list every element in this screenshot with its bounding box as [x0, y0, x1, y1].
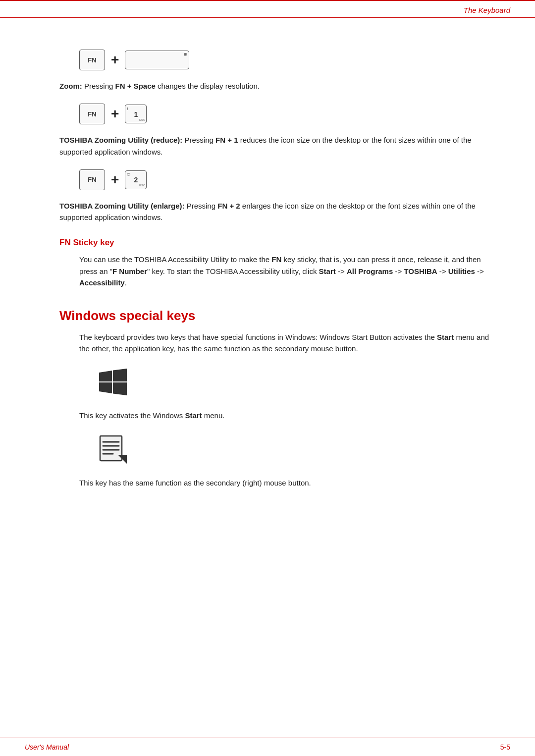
app-key-icon [99, 435, 128, 464]
plus-sign-enlarge: + [111, 172, 119, 188]
windows-special-keys-heading: Windows special keys [59, 308, 495, 324]
fn-key-reduce: FN [79, 104, 105, 124]
enlarge-label: TOSHIBA Zooming Utility (enlarge): [59, 202, 185, 210]
footer-left-label: User's Manual [25, 743, 69, 751]
enlarge-description: TOSHIBA Zooming Utility (enlarge): Press… [59, 200, 495, 223]
start-key-description: This key activates the Windows Start men… [79, 410, 495, 421]
fn-key-enlarge: FN [79, 169, 105, 190]
reduce-description: TOSHIBA Zooming Utility (reduce): Pressi… [59, 134, 495, 158]
header-title: The Keyboard [464, 6, 510, 14]
zoom-label: Zoom: [59, 82, 82, 90]
app-key-container [99, 435, 495, 467]
key-1-reduce: ! 1 ESC [125, 105, 147, 123]
enlarge-key-combo: FN + @ 2 ESC [79, 169, 495, 190]
space-key-icon: ⊞ [184, 53, 187, 56]
svg-rect-0 [100, 436, 122, 461]
app-key-description: This key has the same function as the se… [79, 477, 495, 488]
page-container: The Keyboard FN + ⊞ Zoom: Pressing FN + … [0, 0, 535, 756]
plus-sign-zoom: + [111, 52, 119, 68]
zoom-key-combo: FN + ⊞ [79, 50, 495, 70]
main-content: FN + ⊞ Zoom: Pressing FN + Space changes… [0, 18, 535, 738]
plus-sign-reduce: + [111, 106, 119, 122]
reduce-key-combo: FN + ! 1 ESC [79, 104, 495, 124]
windows-intro-paragraph: The keyboard provides two keys that have… [79, 331, 495, 355]
windows-logo-icon [99, 369, 129, 396]
footer-page-number: 5-5 [500, 743, 510, 751]
page-footer: User's Manual 5-5 [0, 738, 535, 756]
fn-sticky-heading: FN Sticky key [59, 238, 495, 248]
fn-sticky-paragraph: You can use the TOSHIBA Accessibility Ut… [79, 254, 495, 288]
windows-special-keys-content: The keyboard provides two keys that have… [79, 331, 495, 488]
app-key-wrapper [99, 435, 128, 467]
fn-key-zoom: FN [79, 50, 105, 70]
space-key-zoom: ⊞ [125, 51, 189, 69]
page-header: The Keyboard [0, 1, 535, 18]
windows-logo-container [99, 369, 495, 400]
zoom-description: Zoom: Pressing FN + Space changes the di… [59, 80, 495, 92]
reduce-label: TOSHIBA Zooming Utility (reduce): [59, 136, 182, 144]
fn-sticky-content: You can use the TOSHIBA Accessibility Ut… [79, 254, 495, 288]
key-2-enlarge: @ 2 ESC [125, 170, 147, 189]
